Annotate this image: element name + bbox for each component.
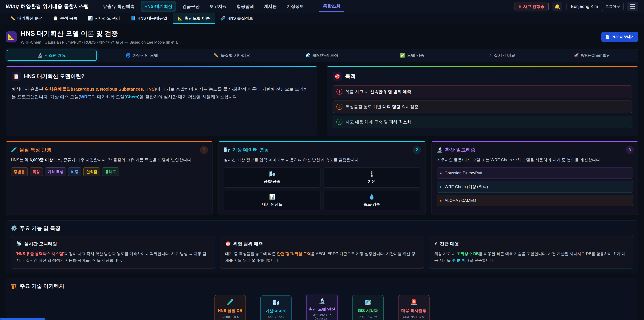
weather-tile-습도·강수: 💧습도·강수 <box>323 190 420 210</box>
algorithm-item-ALOHA / CAMEO[interactable]: ▸ALOHA / CAMEO <box>437 195 633 206</box>
tag-증발률[interactable]: 증발률 <box>11 167 28 176</box>
right-arrow-icon: → <box>342 305 348 312</box>
purpose-item: 2독성물질 농도 기반 대피 명령 의사결정 <box>332 101 632 113</box>
tab-해양환경 보정[interactable]: 🌊해양환경 보정 <box>277 50 367 61</box>
flow-step-HNS 물질 DB: 🧪HNS 물질 DB6,000+ 물질 <box>214 295 246 320</box>
capability-title-label: 위험 범위 예측 <box>233 241 263 247</box>
text-segment: 가우시안 플룸/퍼프 모델 또는 WRF-Chem 수치 모델을 사용하여 대기… <box>437 158 601 162</box>
text-segment: 로 단축합니다. <box>470 258 495 262</box>
nav-item-HNS·대기확산[interactable]: HNS·대기확산 <box>141 1 176 12</box>
page-header: 📐 HNS 대기확산 모델 이론 및 검증 WRF-Chem · Gaussia… <box>0 24 644 48</box>
text-segment: WRF <box>80 94 90 99</box>
feature-title-label: 기상 데이터 연동 <box>232 147 269 153</box>
capability-body: 해상 사고 시 조화상수 DB를 이용한 빠른 예측 기술을 포함합니다. 사전… <box>434 250 628 264</box>
algorithm-item-WRF-Chem (기상+화학)[interactable]: ▸WRF-Chem (기상+화학) <box>437 181 633 193</box>
pdf-export-button[interactable]: 📄 PDF 내보내기 <box>602 32 638 42</box>
tab-시스템 개요[interactable]: 🔬시스템 개요 <box>7 50 97 61</box>
user-name: Eunjeong Kim <box>571 4 598 9</box>
top-right-controls: 사고 진행중 🔔 Eunjeong Kim 로그아웃 <box>514 2 638 12</box>
incident-status-badge[interactable]: 사고 진행중 <box>514 2 548 12</box>
weather-tile-풍향·풍속: 🌬️풍향·풍속 <box>224 167 321 188</box>
architecture-panel: 🏗️ 주요 기술 아키텍처 🧪HNS 물질 DB6,000+ 물질→🌬️기상 데… <box>6 278 638 320</box>
tag-용해도[interactable]: 용해도 <box>102 167 119 176</box>
subnav-item-HNS 대응매뉴얼[interactable]: 📘HNS 대응매뉴얼 <box>126 13 172 24</box>
weather-tile-대기 안정도: 📊대기 안정도 <box>224 190 321 210</box>
tab-실시간 비교[interactable]: ⚡실시간 비교 <box>457 50 547 61</box>
pdf-export-label: PDF 내보내기 <box>612 34 634 40</box>
subnav-item-확산모델 이론[interactable]: 📐확산모델 이론 <box>173 13 215 24</box>
purpose-text: 독성물질 농도 기반 대피 명령 의사결정 <box>346 104 418 110</box>
purpose-number: 2 <box>336 104 342 110</box>
nav-item-유출유 확산예측[interactable]: 유출유 확산예측 <box>99 1 138 12</box>
architecture-flow: 🧪HNS 물질 DB6,000+ 물질→🌬️기상 데이터KMA / AWS→🔬확… <box>11 294 633 320</box>
feature-icon: 🌬️ <box>224 147 230 153</box>
flow-step-icon: 🌬️ <box>262 299 290 306</box>
nav-item-항공탐색[interactable]: 항공탐색 <box>233 1 258 12</box>
tab-icon: ✏️ <box>214 53 219 58</box>
ruler-icon: 📐 <box>6 31 17 43</box>
subnav-label: 시나리오 관리 <box>95 16 120 21</box>
text-segment: 안전/경고/위험 구역 <box>277 251 311 256</box>
algorithm-item-Gaussian Plume/Puff[interactable]: ▸Gaussian Plume/Puff <box>437 167 633 179</box>
capabilities-title: 주요 기능 및 특징 <box>20 225 60 232</box>
feature-number-badge: 2 <box>413 146 421 154</box>
tab-모델 검증[interactable]: ✅모델 검증 <box>367 50 457 61</box>
flow-step-GIS 시각화: 🗺️GIS 시각화위험 구역 맵 <box>352 295 384 320</box>
tab-icon: 🌊 <box>306 53 311 58</box>
flow-step-title: GIS 시각화 <box>354 308 382 313</box>
flow-step-subtitle: 6,000+ 물질 <box>216 315 244 319</box>
weather-label: 습도·강수 <box>364 202 380 206</box>
nav-item-portal[interactable]: 통합조회 <box>319 1 344 12</box>
capability-cards: 📡실시간 모니터링'HNS 유출 블랙박스 시스템'과 같이 사고 즉시 확산 … <box>11 236 633 268</box>
nav-item-게시판[interactable]: 게시판 <box>260 1 280 12</box>
hamburger-menu-button[interactable] <box>627 2 638 12</box>
text-segment: 실시간 기상 정보를 입력 데이터로 사용하여 확산 방향과 속도를 결정합니다… <box>224 158 360 162</box>
subnav-item-HNS 물질정보[interactable]: 🧬HNS 물질정보 <box>216 13 258 24</box>
text-segment: 위험유해물질(Hazardous & Noxious Substances, H… <box>44 87 156 92</box>
triangle-arrow-icon: ▸ <box>440 185 442 189</box>
capability-card-실시간 모니터링: 📡실시간 모니터링'HNS 유출 블랙박스 시스템'과 같이 사고 즉시 확산 … <box>11 236 215 268</box>
algorithm-label: Gaussian Plume/Puff <box>444 171 482 175</box>
text-segment: 'HNS 유출 블랙박스 시스템' <box>16 251 64 256</box>
tab-label: 실시간 비교 <box>494 53 515 58</box>
purpose-item: 3사고 대응 체계 구축 및 피해 최소화 <box>332 116 632 128</box>
algorithm-label: WRF-Chem (기상+화학) <box>444 184 488 189</box>
bell-icon: 🔔 <box>554 4 560 9</box>
divider <box>312 3 313 10</box>
subnav-label: HNS 물질정보 <box>228 16 253 21</box>
app-brand[interactable]: Wing 해양환경 위기대응 통합시스템 <box>6 3 89 10</box>
wing-logo: Wing <box>6 3 19 10</box>
weather-tiles: 🌬️풍향·풍속🌡️기온📊대기 안정도💧습도·강수 <box>224 167 420 210</box>
sub-navigation-bar: ✏️대기확산 분석📋분석 목록📊시나리오 관리📘HNS 대응매뉴얼📐확산모델 이… <box>0 13 644 24</box>
tag-기화 특성[interactable]: 기화 특성 <box>45 167 66 176</box>
tab-가우시안 모델[interactable]: 🌀가우시안 모델 <box>97 50 187 61</box>
hamburger-icon <box>630 4 635 5</box>
nav-item-기상정보[interactable]: 기상정보 <box>283 1 308 12</box>
flow-step-확산 모델 엔진: 🔬확산 모델 엔진WRF-Chem / Gaussian <box>306 294 338 320</box>
weather-label: 대기 안정도 <box>262 202 282 206</box>
capability-title: 📡실시간 모니터링 <box>16 241 210 247</box>
building-icon: 🏗️ <box>11 283 18 289</box>
triangle-arrow-icon: ▸ <box>440 171 442 175</box>
notifications-button[interactable]: 🔔 <box>552 2 562 12</box>
tab-WRF-Chem발전[interactable]: 🚀WRF-Chem발전 <box>547 50 637 61</box>
nav-item-긴급구난[interactable]: 긴급구난 <box>178 1 203 12</box>
tab-icon: ✅ <box>400 53 405 58</box>
horizontal-scrollbar-thumb[interactable] <box>0 318 45 320</box>
model-definition-card: 📋 HNS 대기확산 모델이란? 해상에서 유출된 위험유해물질(Hazardo… <box>6 66 317 136</box>
logout-button[interactable]: 로그아웃 <box>602 2 624 11</box>
tag-인화점[interactable]: 인화점 <box>83 167 100 176</box>
text-segment: 해상 사고 시 <box>434 251 457 256</box>
nav-item-보고자료[interactable]: 보고자료 <box>206 1 230 12</box>
architecture-title: 주요 기술 아키텍처 <box>20 282 64 290</box>
tab-icon: 🌀 <box>126 53 131 58</box>
feature-title-label: 물질 특성 반영 <box>19 147 51 153</box>
feature-card-title: 🌬️기상 데이터 연동 <box>224 147 420 153</box>
tag-독성[interactable]: 독성 <box>30 167 43 176</box>
subnav-item-분석 목록[interactable]: 📋분석 목록 <box>48 13 82 24</box>
tab-물질별 시나리오[interactable]: ✏️물질별 시나리오 <box>187 50 277 61</box>
subnav-item-대기확산 분석[interactable]: ✏️대기확산 분석 <box>6 13 48 24</box>
tag-비중[interactable]: 비중 <box>68 167 81 176</box>
tab-label: WRF-Chem발전 <box>581 53 611 58</box>
subnav-item-시나리오 관리[interactable]: 📊시나리오 관리 <box>83 13 125 24</box>
